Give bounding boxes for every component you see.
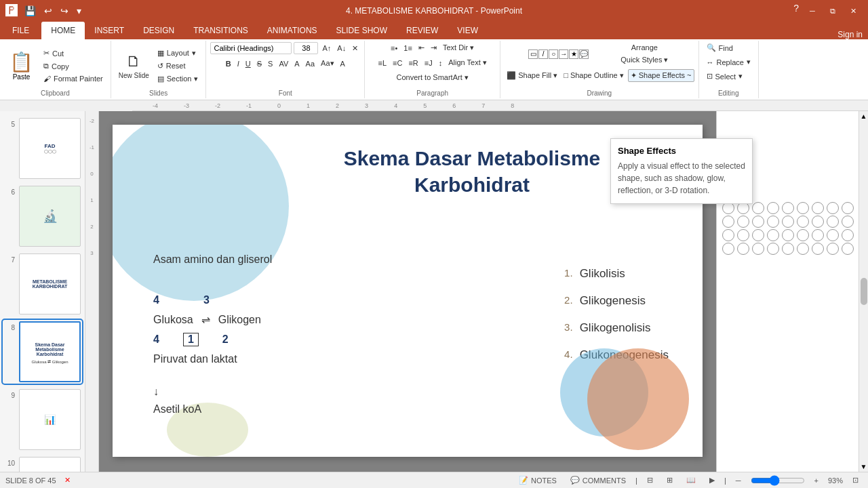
shape-arrow-icon[interactable]: → bbox=[559, 49, 568, 59]
arrange-button[interactable]: Arrange bbox=[618, 42, 670, 53]
increase-indent-button[interactable]: ⇥ bbox=[429, 42, 439, 54]
cut-button[interactable]: ✂ Cut bbox=[40, 47, 106, 59]
scroll-down-button[interactable]: ▼ bbox=[861, 463, 867, 470]
find-button[interactable]: 🔍 Find bbox=[703, 42, 736, 54]
tab-animations[interactable]: ANIMATIONS bbox=[258, 22, 327, 39]
shape-dot[interactable] bbox=[737, 229, 749, 241]
shape-dot[interactable] bbox=[782, 243, 794, 255]
shape-line-icon[interactable]: / bbox=[538, 49, 548, 59]
redo-icon[interactable]: ↪ bbox=[58, 4, 71, 18]
slide-show-button[interactable]: ▶ bbox=[705, 474, 719, 486]
shape-star-icon[interactable]: ★ bbox=[569, 49, 578, 59]
font-size-increase-button[interactable]: A↑ bbox=[320, 43, 333, 54]
normal-view-button[interactable]: ⊟ bbox=[643, 474, 657, 486]
copy-button[interactable]: ⧉ Copy bbox=[40, 60, 106, 72]
new-slide-button[interactable]: 🗋 New Slide bbox=[115, 51, 153, 81]
strikethrough-button[interactable]: S bbox=[255, 58, 264, 69]
subscript-button[interactable]: A bbox=[338, 58, 347, 69]
piruvat-label[interactable]: Piruvat dan laktat bbox=[153, 353, 261, 365]
zoom-in-button[interactable]: + bbox=[810, 475, 823, 486]
line-spacing-button[interactable]: ↕ bbox=[437, 58, 445, 68]
font-name-input[interactable] bbox=[210, 42, 292, 54]
shape-dot[interactable] bbox=[842, 229, 854, 241]
tab-review[interactable]: REVIEW bbox=[397, 22, 448, 39]
shape-dot[interactable] bbox=[722, 243, 734, 255]
char-spacing-button[interactable]: AV bbox=[277, 58, 290, 69]
tab-home[interactable]: HOME bbox=[41, 22, 85, 39]
tab-design[interactable]: DESIGN bbox=[134, 22, 184, 39]
font-size-decrease-button[interactable]: A↓ bbox=[335, 43, 348, 54]
slide-thumb-6[interactable]: 6 🔬 bbox=[3, 184, 82, 248]
tab-transitions[interactable]: TRANSITIONS bbox=[184, 22, 258, 39]
shape-dot[interactable] bbox=[752, 229, 764, 241]
layout-button[interactable]: ▦ Layout ▾ bbox=[154, 47, 202, 59]
shape-dot[interactable] bbox=[812, 202, 824, 214]
shape-dot[interactable] bbox=[797, 243, 809, 255]
notes-button[interactable]: 📝 NOTES bbox=[515, 474, 561, 486]
shape-dot[interactable] bbox=[752, 202, 764, 214]
asetil-label[interactable]: Asetil koA bbox=[153, 403, 261, 415]
paste-button[interactable]: 📋 Paste bbox=[4, 48, 39, 83]
shape-dot[interactable] bbox=[767, 202, 779, 214]
restore-button[interactable]: ⧉ bbox=[823, 1, 842, 20]
align-text-button[interactable]: Align Text ▾ bbox=[446, 57, 489, 68]
undo-icon[interactable]: ↩ bbox=[41, 4, 55, 18]
shape-dot[interactable] bbox=[827, 202, 839, 214]
bold-button[interactable]: B bbox=[224, 58, 233, 69]
shape-dot[interactable] bbox=[752, 243, 764, 255]
align-center-button[interactable]: ≡C bbox=[391, 58, 404, 68]
shape-oval-icon[interactable]: ○ bbox=[549, 49, 558, 59]
shape-callout-icon[interactable]: 💬 bbox=[579, 49, 589, 59]
shape-dot[interactable] bbox=[842, 202, 854, 214]
shape-dot[interactable] bbox=[812, 216, 824, 228]
justify-button[interactable]: ≡J bbox=[422, 58, 435, 68]
shape-effects-button[interactable]: ✦ Shape Effects ~ bbox=[628, 69, 694, 82]
section-button[interactable]: ▤ Section ▾ bbox=[154, 73, 202, 85]
slide-thumb-10[interactable]: 10 Lorem ipsum text slide... bbox=[3, 455, 82, 472]
customize-icon[interactable]: ▾ bbox=[74, 4, 84, 18]
asam-label[interactable]: Asam amino dan gliserol bbox=[153, 253, 272, 266]
change-case-button[interactable]: Aa▾ bbox=[319, 58, 336, 69]
shadow-button[interactable]: S bbox=[266, 58, 275, 69]
shape-dot[interactable] bbox=[827, 243, 839, 255]
shape-rectangle-icon[interactable]: ▭ bbox=[528, 49, 538, 59]
select-button[interactable]: ⊡ Select ▾ bbox=[703, 70, 747, 82]
close-button[interactable]: ✕ bbox=[844, 1, 863, 20]
shape-dot[interactable] bbox=[752, 216, 764, 228]
shape-dot[interactable] bbox=[842, 216, 854, 228]
vertical-scrollbar[interactable]: ▲ ▼ bbox=[859, 111, 868, 472]
numbering-button[interactable]: 1≡ bbox=[401, 43, 414, 54]
shape-dot[interactable] bbox=[737, 243, 749, 255]
shape-dot[interactable] bbox=[767, 216, 779, 228]
shape-dot[interactable] bbox=[827, 216, 839, 228]
decrease-indent-button[interactable]: ⇤ bbox=[416, 42, 427, 54]
reading-view-button[interactable]: 📖 bbox=[682, 474, 700, 486]
reset-button[interactable]: ↺ Reset bbox=[154, 60, 202, 72]
shape-dot[interactable] bbox=[782, 202, 794, 214]
shape-dot[interactable] bbox=[797, 229, 809, 241]
fit-button[interactable]: ⊡ bbox=[848, 474, 863, 486]
shape-dot[interactable] bbox=[797, 216, 809, 228]
font-size-input[interactable] bbox=[294, 42, 318, 54]
shape-dot[interactable] bbox=[722, 216, 734, 228]
help-icon[interactable]: ? bbox=[791, 1, 802, 20]
slide-thumb-9[interactable]: 9 📊 bbox=[3, 388, 82, 451]
slide-thumb-5[interactable]: 5 FAD ⬡⬡⬡ bbox=[3, 117, 82, 180]
shape-dot[interactable] bbox=[827, 229, 839, 241]
save-icon[interactable]: 💾 bbox=[22, 4, 39, 18]
shape-dot[interactable] bbox=[737, 216, 749, 228]
minimize-button[interactable]: ─ bbox=[803, 1, 822, 20]
format-painter-button[interactable]: 🖌 Format Painter bbox=[40, 73, 106, 84]
italic-button[interactable]: I bbox=[235, 58, 241, 69]
zoom-out-button[interactable]: ─ bbox=[732, 475, 745, 486]
highlight-button[interactable]: Aa bbox=[304, 58, 317, 69]
shape-dot[interactable] bbox=[782, 216, 794, 228]
shape-dot[interactable] bbox=[812, 229, 824, 241]
slide-sorter-button[interactable]: ⊞ bbox=[663, 474, 677, 486]
tab-insert[interactable]: INSERT bbox=[85, 22, 134, 39]
shape-outline-button[interactable]: □ Shape Outline ▾ bbox=[561, 70, 625, 81]
underline-button[interactable]: U bbox=[243, 58, 253, 69]
align-right-button[interactable]: ≡R bbox=[406, 58, 420, 68]
slide-thumb-7[interactable]: 7 METABOLISMEKARBOHIDRAT bbox=[3, 252, 82, 316]
glikogen-label[interactable]: Glikogen bbox=[218, 314, 261, 326]
